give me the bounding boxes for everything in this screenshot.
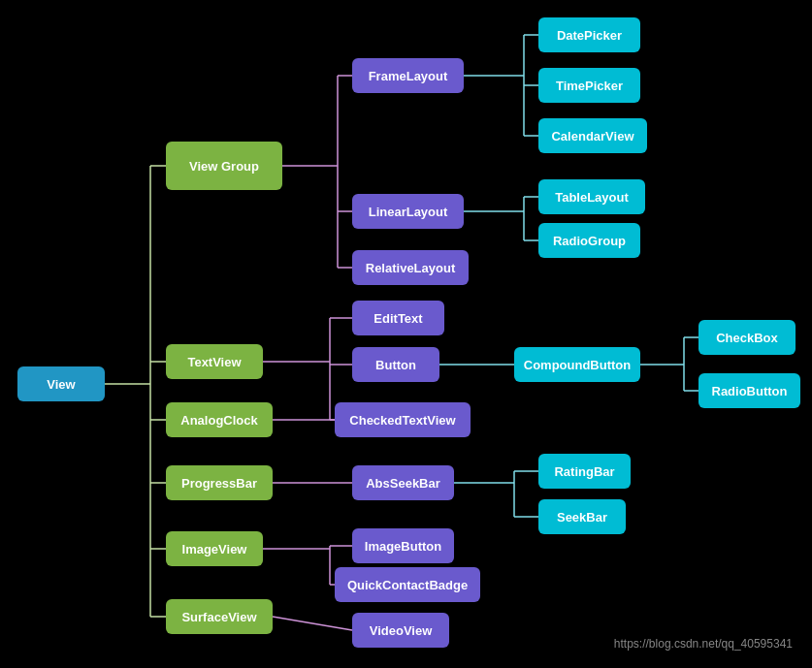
view-node: View <box>17 366 105 401</box>
checkedtextview-node: CheckedTextView <box>335 402 471 437</box>
viewgroup-node: View Group <box>166 142 282 190</box>
linearlayout-node: LinearLayout <box>352 194 464 229</box>
ratingbar-node: RatingBar <box>538 454 631 489</box>
svg-line-42 <box>273 617 352 630</box>
imageview-node: ImageView <box>166 531 263 566</box>
edittext-node: EditText <box>352 301 444 335</box>
calendarview-node: CalendarView <box>538 118 647 153</box>
compoundbutton-node: CompoundButton <box>514 347 640 382</box>
radiobutton-node: RadioButton <box>698 373 800 408</box>
relativelayout-node: RelativeLayout <box>352 250 469 285</box>
framelayout-node: FrameLayout <box>352 58 464 93</box>
progressbar-node: ProgressBar <box>166 465 273 500</box>
datepicker-node: DatePicker <box>538 17 640 52</box>
imagebutton-node: ImageButton <box>352 528 454 563</box>
quickcontactbadge-node: QuickContactBadge <box>335 567 480 602</box>
button-node: Button <box>352 347 439 382</box>
timepicker-node: TimePicker <box>538 68 640 103</box>
tablelayout-node: TableLayout <box>538 179 645 214</box>
radiogroup-node: RadioGroup <box>538 223 640 258</box>
surfaceview-node: SurfaceView <box>166 599 273 634</box>
absseekbar-node: AbsSeekBar <box>352 465 454 500</box>
checkbox-node: CheckBox <box>698 320 796 355</box>
url-label: https://blog.csdn.net/qq_40595341 <box>614 637 793 651</box>
seekbar-node: SeekBar <box>538 499 626 534</box>
analogclock-node: AnalogClock <box>166 402 273 437</box>
videoview-node: VideoView <box>352 613 449 648</box>
textview-node: TextView <box>166 344 263 379</box>
